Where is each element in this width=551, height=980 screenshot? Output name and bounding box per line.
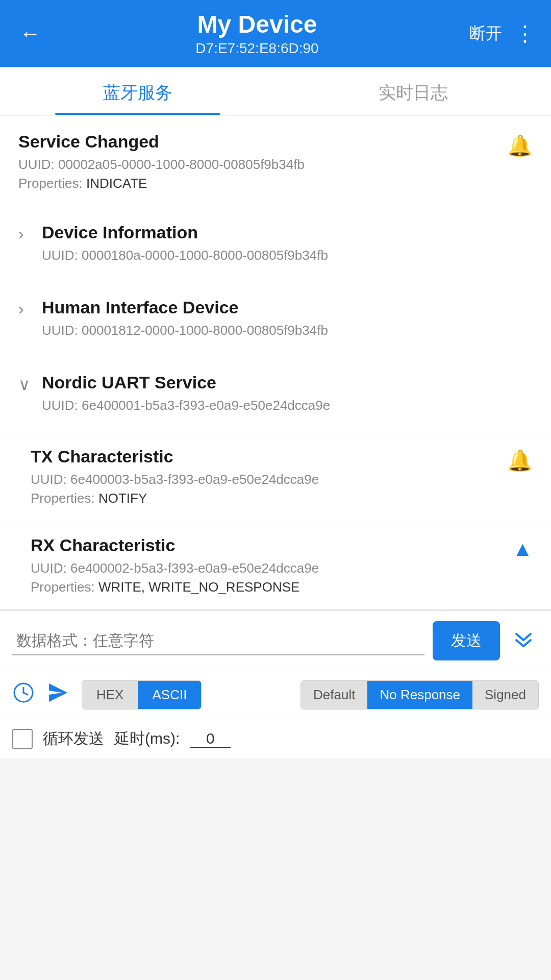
nordic-content: Nordic UART Service UUID: 6e400001-b5a3-…: [42, 373, 330, 416]
tab-realtime-log[interactable]: 实时日志: [276, 67, 551, 115]
tab-bluetooth-services[interactable]: 蓝牙服务: [0, 67, 276, 115]
header-actions: 断开 ⋮: [469, 21, 536, 46]
loop-send-label: 循环发送: [43, 728, 104, 749]
rx-char-title: RX Characteristic: [31, 535, 319, 555]
chevron-double-down-icon: [512, 629, 535, 651]
uuid-label: UUID:: [31, 472, 67, 487]
hid-expand-icon: ›: [18, 300, 33, 318]
response-default-button[interactable]: Default: [301, 681, 367, 709]
device-address: D7:E7:52:E8:6D:90: [45, 40, 469, 57]
send-input[interactable]: [12, 627, 424, 655]
header-title-group: My Device D7:E7:52:E8:6D:90: [45, 10, 469, 57]
rx-char-uuid: UUID: 6e400002-b5a3-f393-e0a9-e50e24dcca…: [31, 560, 319, 576]
device-information-uuid-value: 0000180a-0000-1000-8000-00805f9b34fb: [82, 248, 328, 263]
clock-icon[interactable]: [12, 681, 35, 709]
hid-content: Human Interface Device UUID: 00001812-00…: [42, 298, 328, 341]
service-changed-props: Properties: INDICATE: [18, 176, 305, 191]
nordic-expand-icon: ∨: [18, 375, 33, 394]
paper-plane-icon[interactable]: [47, 681, 69, 709]
rx-characteristic-row: RX Characteristic UUID: 6e400002-b5a3-f3…: [0, 521, 551, 610]
loop-send-row: 循环发送 延时(ms):: [0, 719, 551, 758]
clock-svg: [12, 681, 35, 704]
nordic-uart-section: ∨ Nordic UART Service UUID: 6e400001-b5a…: [0, 357, 551, 610]
svg-marker-3: [49, 683, 67, 702]
service-changed-uuid-value: 00002a05-0000-1000-8000-00805f9b34fb: [58, 157, 305, 172]
delay-label: 延时(ms):: [114, 728, 180, 749]
response-signed-button[interactable]: Signed: [472, 681, 538, 709]
uuid-label: UUID:: [42, 323, 78, 338]
tx-char-uuid: UUID: 6e400003-b5a3-f393-e0a9-e50e24dcca…: [31, 472, 319, 487]
service-changed-notify-icon[interactable]: 🔔: [507, 134, 533, 158]
nordic-uuid: UUID: 6e400001-b5a3-f393-e0a9-e50e24dcca…: [42, 398, 330, 413]
send-svg: [47, 681, 69, 704]
response-no-response-button[interactable]: No Response: [367, 681, 472, 709]
format-hex-button[interactable]: HEX: [82, 681, 138, 709]
device-information-uuid: UUID: 0000180a-0000-1000-8000-00805f9b34…: [42, 248, 328, 263]
device-name: My Device: [45, 10, 469, 38]
tx-characteristic-row: TX Characteristic UUID: 6e400003-b5a3-f3…: [0, 432, 551, 521]
header: ← My Device D7:E7:52:E8:6D:90 断开 ⋮: [0, 0, 551, 67]
send-button[interactable]: 发送: [433, 621, 500, 660]
props-label: Properties:: [31, 491, 95, 506]
nordic-title: Nordic UART Service: [42, 373, 330, 393]
expand-down-button[interactable]: [508, 625, 539, 657]
uuid-label: UUID:: [31, 560, 67, 576]
uuid-label: UUID:: [42, 248, 78, 263]
delay-input[interactable]: [190, 730, 231, 748]
service-changed-uuid: UUID: 00002a05-0000-1000-8000-00805f9b34…: [18, 157, 305, 173]
format-ascii-button[interactable]: ASCII: [138, 681, 201, 709]
nordic-uuid-value: 6e400001-b5a3-f393-e0a9-e50e24dcca9e: [82, 398, 330, 413]
service-changed-item: Service Changed UUID: 00002a05-0000-1000…: [0, 116, 551, 207]
rx-uuid-value: 6e400002-b5a3-f393-e0a9-e50e24dcca9e: [70, 560, 319, 576]
tx-char-content: TX Characteristic UUID: 6e400003-b5a3-f3…: [31, 447, 319, 506]
tx-notify-icon[interactable]: 🔔: [507, 449, 533, 473]
service-changed-title: Service Changed: [18, 132, 305, 152]
device-information-expand-icon: ›: [18, 225, 33, 243]
rx-char-props: Properties: WRITE, WRITE_NO_RESPONSE: [31, 579, 319, 595]
response-group: Default No Response Signed: [300, 680, 539, 709]
back-button[interactable]: ←: [15, 17, 45, 50]
service-list: Service Changed UUID: 00002a05-0000-1000…: [0, 116, 551, 610]
rx-write-icon[interactable]: ▲: [512, 537, 533, 560]
tx-props-value: NOTIFY: [98, 491, 147, 506]
tab-bar: 蓝牙服务 实时日志: [0, 67, 551, 115]
hid-title: Human Interface Device: [42, 298, 328, 317]
svg-line-2: [23, 693, 28, 695]
overflow-menu-button[interactable]: ⋮: [514, 21, 536, 46]
send-bar: 发送: [0, 610, 551, 671]
disconnect-button[interactable]: 断开: [469, 22, 502, 45]
nordic-uart-header[interactable]: ∨ Nordic UART Service UUID: 6e400001-b5a…: [0, 357, 551, 432]
service-changed-props-value: INDICATE: [86, 176, 147, 191]
loop-send-checkbox[interactable]: [12, 729, 33, 749]
rx-props-value: WRITE, WRITE_NO_RESPONSE: [98, 579, 299, 595]
hid-uuid-value: 00001812-0000-1000-8000-00805f9b34fb: [82, 323, 328, 338]
device-information-content: Device Information UUID: 0000180a-0000-1…: [42, 223, 328, 266]
bottom-toolbar: HEX ASCII Default No Response Signed: [0, 671, 551, 719]
format-group: HEX ASCII: [82, 680, 202, 709]
props-label: Properties:: [18, 176, 83, 191]
tx-char-title: TX Characteristic: [31, 447, 319, 467]
service-changed-content: Service Changed UUID: 00002a05-0000-1000…: [18, 132, 305, 191]
tx-uuid-value: 6e400003-b5a3-f393-e0a9-e50e24dcca9e: [70, 472, 319, 487]
device-information-row[interactable]: › Device Information UUID: 0000180a-0000…: [0, 207, 551, 282]
uuid-label: UUID:: [18, 157, 55, 172]
human-interface-device-row[interactable]: › Human Interface Device UUID: 00001812-…: [0, 282, 551, 357]
device-information-title: Device Information: [42, 223, 328, 242]
tx-char-props: Properties: NOTIFY: [31, 491, 319, 506]
uuid-label: UUID:: [42, 398, 78, 413]
props-label: Properties:: [31, 579, 95, 595]
rx-char-content: RX Characteristic UUID: 6e400002-b5a3-f3…: [31, 535, 319, 595]
hid-uuid: UUID: 00001812-0000-1000-8000-00805f9b34…: [42, 323, 328, 338]
